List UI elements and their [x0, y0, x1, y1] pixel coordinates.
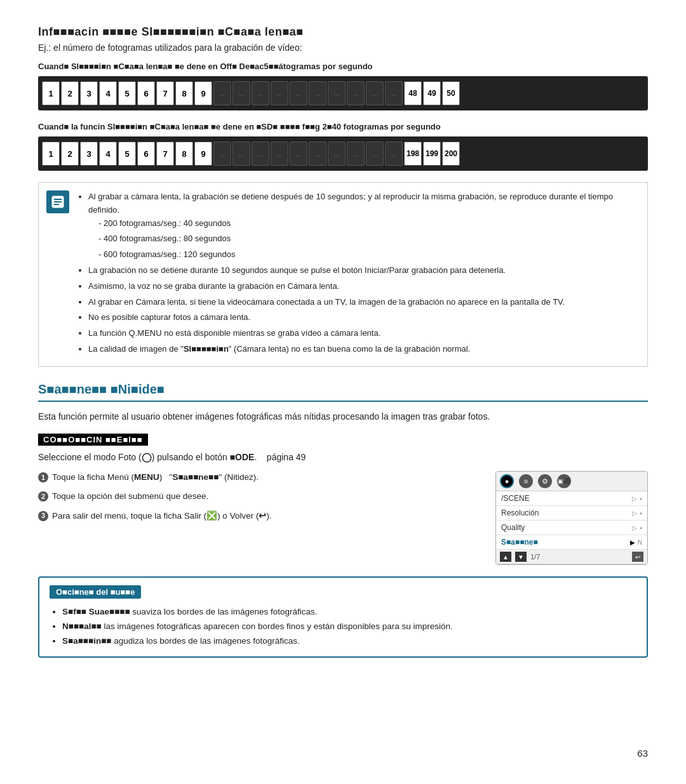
film-cell-end: 199 [423, 142, 441, 166]
screen-row-label: Quality [501, 523, 632, 532]
screen-row-icon: ▪ [640, 495, 642, 502]
option-item-soft: S■f■■ Suae■■■■ suaviza los bordes de las… [62, 605, 636, 620]
step-number: 3 [38, 511, 48, 521]
filmstrip2: 1 2 3 4 5 6 7 8 9 … … … … … … … … … … 19… [38, 136, 648, 171]
notes-content: Al grabar a cámara lenta, la grabación s… [77, 190, 640, 359]
screen-row-sharpness: S■a■■ne■ ▶ N [496, 535, 647, 550]
screen-topbar: ● ≡ ⚙ ▣⬛ [496, 472, 647, 491]
nav-down-arrow[interactable]: ▼ [515, 552, 527, 562]
film-cell-dot: … [271, 81, 288, 105]
step-number: 2 [38, 491, 48, 502]
film-cell-dot: … [309, 142, 326, 166]
film-cell: 3 [80, 142, 98, 166]
screen-row-scene: /SCENE ▷ ▪ [496, 491, 647, 506]
film-cell-dot: … [213, 81, 231, 105]
option-item-sharp: S■a■■■in■■ agudiza los bordes de las imá… [62, 634, 636, 649]
note-item: Asimismo, la voz no se graba durante la … [88, 280, 640, 293]
note-sub-item: 600 fotogramas/seg.: 120 segundos [98, 248, 640, 262]
note-sub-item: 400 fotogramas/seg.: 80 segundos [98, 232, 640, 246]
step-row: 3 Para salir del menú, toque la ficha Sa… [38, 510, 483, 522]
notes-box: Al grabar a cámara lenta, la grabación s… [38, 182, 648, 367]
screen-row-label: S■a■■ne■ [501, 538, 630, 547]
option-item-normal: N■■■al■■ las imágenes fotográficas apare… [62, 620, 636, 634]
screen-row-label: Resolución [501, 508, 632, 517]
film-cell: 9 [194, 81, 212, 105]
screen-ui: ● ≡ ⚙ ▣⬛ /SCENE ▷ ▪ Resolución ▷ ▪ Quali… [495, 471, 648, 565]
film-cell-dot: … [385, 142, 403, 166]
section-info-title: Inf■■■acin ■■■■e SI■■■■■■i■n ■C■a■a len■… [38, 25, 648, 39]
film-cell-dot: … [213, 142, 231, 166]
film-cell-dot: … [328, 81, 346, 105]
note-item: Al grabar en Cámara lenta, si tiene la v… [88, 296, 640, 309]
step-text: Para salir del menú, toque la ficha Sali… [52, 510, 272, 522]
film-cell-dot: … [290, 81, 307, 105]
screen-icon-settings: ⚙ [538, 474, 552, 488]
step-row: 1 Toque la ficha Menú (MENU) "S■a■■ne■■"… [38, 471, 483, 484]
screen-row-quality: Quality ▷ ▪ [496, 521, 647, 535]
step-row: 2 Toque la opción del submenú que desee. [38, 490, 483, 503]
section-sharpness: S■a■■ne■■ ■Ni■ide■ Esta función permite … [38, 382, 648, 658]
screen-row-arrow: ▷ [632, 524, 637, 531]
film-cell-end: 48 [404, 81, 422, 105]
film-cell: 7 [156, 142, 174, 166]
screen-row-icon: N [638, 539, 642, 546]
step-text: Toque la opción del submenú que desee. [52, 490, 208, 503]
note-item: Al grabar a cámara lenta, la grabación s… [88, 190, 640, 262]
step-text: Toque la ficha Menú (MENU) "S■a■■ne■■" (… [52, 471, 259, 484]
film-cell: 8 [175, 142, 193, 166]
film-cell: 5 [118, 142, 136, 166]
film-cell-dot: … [252, 142, 269, 166]
film-cell: 4 [99, 142, 117, 166]
filmstrip1-label: Cuand■ SI■■■■i■n ■C■a■a len■a■ ■e dene e… [38, 62, 648, 71]
screen-row-resolution: Resolución ▷ ▪ [496, 506, 647, 521]
film-cell-dot: … [309, 81, 326, 105]
step-number: 1 [38, 472, 48, 482]
filmstrip1: 1 2 3 4 5 6 7 8 9 … … … … … … … … … … 48… [38, 76, 648, 110]
film-cell-dot: … [271, 142, 288, 166]
screen-row-arrow: ▷ [632, 510, 637, 517]
section-sharpness-desc: Esta función permite al usuario obtener … [38, 409, 648, 423]
note-item: No es posible capturar fotos a cámara le… [88, 311, 640, 324]
screen-icon-extra: ▣⬛ [557, 474, 571, 488]
screen-row-arrow: ▷ [632, 495, 637, 502]
film-cell: 1 [42, 81, 60, 105]
film-cell-dot: … [290, 142, 307, 166]
screen-back-arrow[interactable]: ↩ [632, 552, 643, 562]
nav-up-arrow[interactable]: ▲ [500, 552, 511, 562]
screen-page-num: 1/7 [530, 553, 540, 561]
options-title: O■ci■ne■ del ■u■■e [50, 585, 141, 599]
film-cell-dot: … [366, 81, 384, 105]
film-cell: 8 [175, 81, 193, 105]
film-cell: 2 [61, 81, 79, 105]
filmstrip2-label: Cuand■ la funcin SI■■■■i■n ■C■a■a len■a■… [38, 122, 648, 131]
film-cell: 2 [61, 142, 79, 166]
options-box: O■ci■ne■ del ■u■■e S■f■■ Suae■■■■ suaviz… [38, 576, 648, 658]
film-cell-dot: … [347, 81, 365, 105]
notes-icon [46, 190, 69, 213]
options-list: S■f■■ Suae■■■■ suaviza los bordes de las… [50, 605, 636, 649]
how-to-select: Seleccione el modo Foto (◯) pulsando el … [38, 452, 648, 462]
steps-list: 1 Toque la ficha Menú (MENU) "S■a■■ne■■"… [38, 471, 483, 529]
filmstrip1-container: 1 2 3 4 5 6 7 8 9 … … … … … … … … … … 48… [38, 76, 648, 110]
screen-icon-camera: ● [500, 474, 514, 488]
film-cell: 9 [194, 142, 212, 166]
section-info-subtitle: Ej.: el número de fotogramas utilizados … [38, 43, 648, 53]
film-cell: 5 [118, 81, 136, 105]
steps-and-screen: 1 Toque la ficha Menú (MENU) "S■a■■ne■■"… [38, 471, 648, 565]
how-to-title: CO■■O■■CIN ■■E■I■■ [38, 434, 148, 446]
film-cell-end: 198 [404, 142, 422, 166]
film-cell-dot: … [366, 142, 384, 166]
film-cell-dot: … [385, 81, 403, 105]
screen-row-icon: ▪ [640, 524, 642, 531]
section-info: Inf■■■acin ■■■■e SI■■■■■■i■n ■C■a■a len■… [38, 25, 648, 367]
film-cell: 7 [156, 81, 174, 105]
film-cell-end: 50 [442, 81, 460, 105]
film-cell-end: 200 [442, 142, 460, 166]
section-sharpness-title: S■a■■ne■■ ■Ni■ide■ [38, 382, 648, 402]
film-cell: 1 [42, 142, 60, 166]
screen-icon-menu: ≡ [519, 474, 533, 488]
film-cell: 6 [137, 81, 155, 105]
film-cell-end: 49 [423, 81, 441, 105]
screen-row-label: /SCENE [501, 494, 632, 503]
film-cell-dot: … [232, 81, 250, 105]
